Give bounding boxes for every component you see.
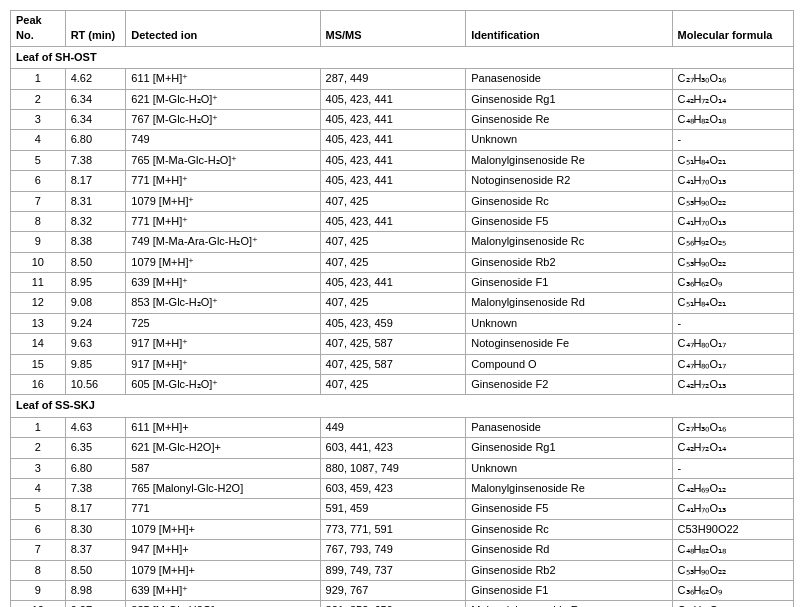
table-row: 58.17771591, 459Ginsenoside F5C₄₁H₇₀O₁₃: [11, 499, 794, 519]
table-row: 14.63611 [M+H]+449PanasenosideC₂₇H₃₀O₁₆: [11, 417, 794, 437]
table-row: 68.301079 [M+H]+773, 771, 591Ginsenoside…: [11, 519, 794, 539]
table-row: 78.311079 [M+H]⁺407, 425Ginsenoside RcC₅…: [11, 191, 794, 211]
table-row: 88.32771 [M+H]⁺405, 423, 441Ginsenoside …: [11, 211, 794, 231]
table-row: 159.85917 [M+H]⁺407, 425, 587Compound OC…: [11, 354, 794, 374]
data-table: Peak No. RT (min) Detected ion MS/MS Ide…: [10, 10, 794, 607]
section-header-1: Leaf of SS-SKJ: [11, 395, 794, 417]
col-header-ion: Detected ion: [126, 11, 320, 47]
table-row: 149.63917 [M+H]⁺407, 425, 587Notoginseno…: [11, 334, 794, 354]
table-row: 98.38749 [M-Ma-Ara-Glc-H₂O]⁺407, 425Malo…: [11, 232, 794, 252]
col-header-peak: Peak No.: [11, 11, 66, 47]
col-header-id: Identification: [466, 11, 672, 47]
table-row: 26.35621 [M-Glc-H2O]+603, 441, 423Ginsen…: [11, 438, 794, 458]
table-row: 46.80749405, 423, 441Unknown-: [11, 130, 794, 150]
table-row: 14.62611 [M+H]⁺287, 449PanasenosideC₂₇H₃…: [11, 69, 794, 89]
table-row: 129.08853 [M-Glc-H₂O]⁺407, 425Malonylgin…: [11, 293, 794, 313]
table-row: 1610.56605 [M-Glc-H₂O]⁺407, 425Ginsenosi…: [11, 375, 794, 395]
col-header-formula: Molecular formula: [672, 11, 793, 47]
table-row: 26.34621 [M-Glc-H₂O]⁺405, 423, 441Ginsen…: [11, 89, 794, 109]
table-row: 36.34767 [M-Glc-H₂O]⁺405, 423, 441Ginsen…: [11, 109, 794, 129]
section-header-0: Leaf of SH-OST: [11, 46, 794, 68]
table-row: 108.501079 [M+H]⁺407, 425Ginsenoside Rb2…: [11, 252, 794, 272]
table-row: 88.501079 [M+H]+899, 749, 737Ginsenoside…: [11, 560, 794, 580]
table-row: 78.37947 [M+H]+767, 793, 749Ginsenoside …: [11, 540, 794, 560]
table-row: 118.95639 [M+H]⁺405, 423, 441Ginsenoside…: [11, 273, 794, 293]
table-row: 57.38765 [M-Ma-Glc-H₂O]⁺405, 423, 441Mal…: [11, 150, 794, 170]
table-row: 98.98639 [M+H]⁺929, 767Ginsenoside F1C₃₆…: [11, 580, 794, 600]
table-row: 139.24725405, 423, 459Unknown-: [11, 313, 794, 333]
col-header-rt: RT (min): [65, 11, 126, 47]
table-row: 68.17771 [M+H]⁺405, 423, 441Notoginsenos…: [11, 171, 794, 191]
table-row: 47.38765 [Malonyl-Glc-H2O]603, 459, 423M…: [11, 478, 794, 498]
table-row: 109.07835 [M-Glc-H2O]+821, 853, 659Malon…: [11, 601, 794, 607]
table-row: 36.80587880, 1087, 749Unknown-: [11, 458, 794, 478]
col-header-msms: MS/MS: [320, 11, 466, 47]
